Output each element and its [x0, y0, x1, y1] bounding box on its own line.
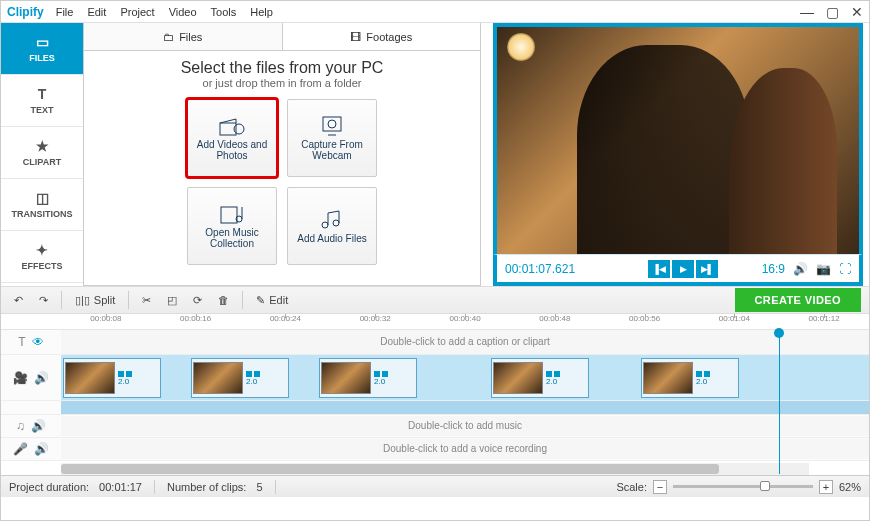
fullscreen-icon[interactable]: ⛶: [839, 262, 851, 276]
clip-count-value: 5: [256, 481, 262, 493]
timeline: 00:00:08 00:00:16 00:00:24 00:00:32 00:0…: [1, 314, 869, 475]
redo-icon: ↷: [39, 294, 48, 307]
voice-mute-icon[interactable]: 🔊: [34, 442, 49, 456]
footage-icon: 🎞: [350, 31, 361, 43]
aspect-ratio[interactable]: 16:9: [762, 262, 785, 276]
tab-files[interactable]: 🗀 Files: [84, 23, 283, 50]
zoom-control: Scale: − + 62%: [616, 480, 861, 494]
clip-thumb: [493, 362, 543, 394]
webcam-icon: [319, 115, 345, 137]
prev-frame-button[interactable]: ▐◀: [648, 260, 670, 278]
preview-video[interactable]: [493, 23, 863, 254]
split-icon: ▯|▯: [75, 294, 90, 307]
scale-label: Scale:: [616, 481, 647, 493]
svg-rect-4: [221, 207, 237, 223]
menu-project[interactable]: Project: [120, 6, 154, 18]
clip-4[interactable]: 2.0: [491, 358, 589, 398]
track-mute-icon[interactable]: 🔊: [34, 371, 49, 385]
playhead[interactable]: [779, 330, 780, 474]
visibility-icon[interactable]: 👁: [32, 335, 44, 349]
svg-rect-2: [323, 117, 341, 131]
file-panel-subtitle: or just drop them in from a folder: [84, 77, 480, 89]
files-icon: 🗀: [163, 31, 174, 43]
undo-icon: ↶: [14, 294, 23, 307]
add-videos-button[interactable]: Add Videos and Photos: [187, 99, 277, 177]
clapper-icon: [219, 115, 245, 137]
redo-button[interactable]: ↷: [34, 292, 53, 309]
camera-track-icon: 🎥: [13, 371, 28, 385]
sparkle-icon: ✦: [34, 242, 50, 258]
menu-file[interactable]: File: [56, 6, 74, 18]
timeline-scrollbar[interactable]: [61, 463, 809, 475]
clip-thumb: [193, 362, 243, 394]
side-tab-transitions[interactable]: ◫ TRANSITIONS: [1, 179, 83, 231]
audio-files-icon: [319, 209, 345, 231]
side-tab-effects[interactable]: ✦ EFFECTS: [1, 231, 83, 283]
edit-toolbar: ↶ ↷ ▯|▯Split ✂ ◰ ⟳ 🗑 ✎Edit CREATE VIDEO: [1, 286, 869, 314]
star-icon: ★: [34, 138, 50, 154]
side-tab-text[interactable]: T TEXT: [1, 75, 83, 127]
transition-track: [1, 401, 869, 415]
clip-2[interactable]: 2.0: [191, 358, 289, 398]
voice-track-body[interactable]: Double-click to add a voice recording: [61, 439, 869, 459]
video-track: 🎥🔊 2.0 2.0 2.0 2.0 2.0: [1, 355, 869, 401]
minimize-icon[interactable]: —: [800, 4, 814, 20]
text-track-icon: T: [18, 335, 25, 349]
open-music-button[interactable]: Open Music Collection: [187, 187, 277, 265]
zoom-out-button[interactable]: −: [653, 480, 667, 494]
play-button[interactable]: ▶: [672, 260, 694, 278]
clip-thumb: [321, 362, 371, 394]
tab-footages[interactable]: 🎞 Footages: [283, 23, 481, 50]
file-panel-header: Select the files from your PC or just dr…: [84, 51, 480, 93]
zoom-in-button[interactable]: +: [819, 480, 833, 494]
close-icon[interactable]: ✕: [851, 4, 863, 20]
delete-button[interactable]: 🗑: [213, 292, 234, 308]
rotate-button[interactable]: ⟳: [188, 292, 207, 309]
title-bar: Clipify File Edit Project Video Tools He…: [1, 1, 869, 23]
side-tab-files[interactable]: ▭ FILES: [1, 23, 83, 75]
clip-3[interactable]: 2.0: [319, 358, 417, 398]
capture-webcam-button[interactable]: Capture From Webcam: [287, 99, 377, 177]
menu-tools[interactable]: Tools: [211, 6, 237, 18]
clip-1[interactable]: 2.0: [63, 358, 161, 398]
caption-track: T👁 Double-click to add a caption or clip…: [1, 330, 869, 355]
menu-help[interactable]: Help: [250, 6, 273, 18]
voice-track: 🎤🔊 Double-click to add a voice recording: [1, 438, 869, 461]
app-logo: Clipify: [7, 5, 44, 19]
caption-track-body[interactable]: Double-click to add a caption or clipart: [61, 330, 869, 354]
svg-point-7: [333, 220, 339, 226]
maximize-icon[interactable]: ▢: [826, 4, 839, 20]
clip-5[interactable]: 2.0: [641, 358, 739, 398]
project-duration-value: 00:01:17: [99, 481, 142, 493]
timeline-body: T👁 Double-click to add a caption or clip…: [1, 330, 869, 461]
music-track: ♫🔊 Double-click to add music: [1, 415, 869, 438]
preview-controls: 00:01:07.621 ▐◀ ▶ ▶▌ 16:9 🔊 📷 ⛶: [493, 254, 863, 286]
volume-icon[interactable]: 🔊: [793, 262, 808, 276]
preview-timecode: 00:01:07.621: [505, 262, 605, 276]
timeline-ruler[interactable]: 00:00:08 00:00:16 00:00:24 00:00:32 00:0…: [1, 314, 869, 330]
split-button[interactable]: ▯|▯Split: [70, 292, 120, 309]
clip-thumb: [643, 362, 693, 394]
preview-panel: 00:01:07.621 ▐◀ ▶ ▶▌ 16:9 🔊 📷 ⛶: [493, 23, 863, 286]
crop-button[interactable]: ◰: [162, 292, 182, 309]
svg-point-3: [328, 120, 336, 128]
video-track-body[interactable]: 2.0 2.0 2.0 2.0 2.0: [61, 355, 869, 400]
zoom-value: 62%: [839, 481, 861, 493]
edit-button[interactable]: ✎Edit: [251, 292, 293, 309]
zoom-slider[interactable]: [673, 485, 813, 488]
undo-button[interactable]: ↶: [9, 292, 28, 309]
music-library-icon: [219, 203, 245, 225]
music-track-body[interactable]: Double-click to add music: [61, 416, 869, 436]
mic-track-icon: 🎤: [13, 442, 28, 456]
music-mute-icon[interactable]: 🔊: [31, 419, 46, 433]
create-video-button[interactable]: CREATE VIDEO: [735, 288, 862, 312]
transition-icon: ◫: [34, 190, 50, 206]
text-icon: T: [34, 86, 50, 102]
cut-button[interactable]: ✂: [137, 292, 156, 309]
side-tab-clipart[interactable]: ★ CLIPART: [1, 127, 83, 179]
next-frame-button[interactable]: ▶▌: [696, 260, 718, 278]
add-audio-button[interactable]: Add Audio Files: [287, 187, 377, 265]
menu-video[interactable]: Video: [169, 6, 197, 18]
snapshot-icon[interactable]: 📷: [816, 262, 831, 276]
menu-edit[interactable]: Edit: [87, 6, 106, 18]
